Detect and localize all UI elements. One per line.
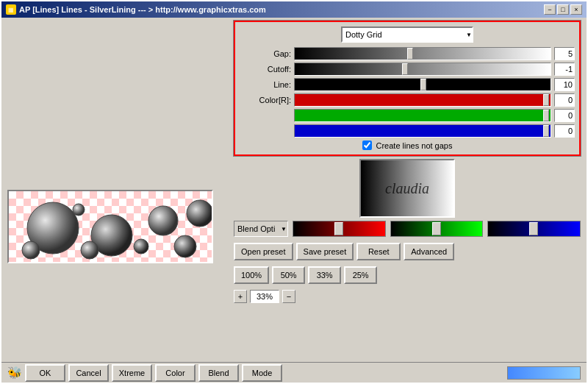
gap-slider-value[interactable]: 5	[554, 47, 575, 60]
app-icon: ▦	[6, 4, 16, 15]
color-r-slider-track[interactable]	[294, 93, 551, 107]
line-slider-track[interactable]	[294, 78, 551, 91]
blend-red-slider[interactable]	[293, 221, 386, 237]
window-title: AP [Lines] Lines - SilverLining --- > ht…	[19, 5, 266, 14]
color-r-label: Color[R]:	[240, 96, 291, 104]
line-slider-handle[interactable]	[420, 79, 426, 90]
save-preset-button[interactable]: Save preset	[296, 243, 354, 260]
color-r-slider-handle[interactable]	[543, 94, 549, 106]
blend-row: Blend Opti ▼	[234, 221, 581, 237]
svg-point-2	[148, 206, 178, 235]
gap-label: Gap:	[240, 49, 291, 58]
left-panel	[7, 21, 228, 359]
preset-button-row: Open preset Save preset Reset Advanced	[234, 243, 581, 260]
title-bar: ▦ AP [Lines] Lines - SilverLining --- > …	[1, 1, 587, 18]
preview-thumbnail: claudia	[359, 159, 455, 218]
color-g-slider-handle[interactable]	[543, 110, 549, 121]
preview-thumb-text: claudia	[385, 180, 429, 197]
zoom-33-button[interactable]: 33%	[308, 266, 341, 284]
cancel-button[interactable]: Cancel	[68, 364, 109, 382]
svg-point-3	[174, 235, 196, 257]
create-lines-checkbox[interactable]	[362, 141, 372, 150]
zoom-current-value[interactable]: 33%	[250, 290, 279, 303]
cutoff-label: Cutoff:	[240, 65, 291, 74]
gap-slider-fill	[295, 48, 551, 60]
close-button[interactable]: ×	[570, 4, 582, 15]
cutoff-slider-handle[interactable]	[402, 63, 408, 75]
color-g-slider-row: 0	[240, 109, 575, 122]
cutoff-slider-row: Cutoff: -1	[240, 63, 575, 76]
advanced-button[interactable]: Advanced	[404, 243, 454, 260]
blend-red-handle[interactable]	[334, 222, 343, 235]
dropdown-row: Dotty Grid ▼	[240, 26, 575, 43]
preview-image	[9, 191, 212, 262]
blend-dropdown[interactable]: Blend Opti	[234, 221, 288, 237]
blend-button[interactable]: Blend	[198, 364, 239, 382]
xtreme-button[interactable]: Xtreme	[112, 364, 152, 382]
preview-box	[7, 190, 213, 263]
title-bar-controls: − □ ×	[544, 4, 582, 15]
color-g-slider-value[interactable]: 0	[554, 109, 575, 122]
color-r-slider-row: Color[R]: 0	[240, 93, 575, 107]
svg-point-4	[22, 241, 40, 259]
cutoff-slider-value[interactable]: -1	[554, 63, 575, 76]
zoom-percent-row: 100% 50% 33% 25%	[234, 266, 581, 284]
create-lines-label: Create lines not gaps	[376, 141, 453, 150]
color-g-slider-track[interactable]	[294, 109, 551, 122]
reset-button[interactable]: Reset	[356, 243, 401, 260]
right-panel: Dotty Grid ▼ Gap: 5 Cutoff:	[234, 21, 581, 359]
line-slider-value[interactable]: 10	[554, 78, 575, 91]
preview-thumb-inner: claudia	[361, 160, 453, 216]
svg-point-8	[81, 241, 98, 259]
zoom-control-row: + 33% −	[234, 290, 581, 303]
line-slider-row: Line: 10	[240, 78, 575, 91]
minimize-button[interactable]: −	[544, 4, 556, 15]
color-b-slider-row: 0	[240, 124, 575, 138]
zoom-minus-button[interactable]: −	[282, 290, 295, 303]
svg-point-6	[73, 204, 85, 216]
line-label: Line:	[240, 80, 291, 89]
gap-slider-handle[interactable]	[407, 48, 413, 60]
mode-button[interactable]: Mode	[242, 364, 282, 382]
status-bar: 🐝 OK Cancel Xtreme Color Blend Mode	[1, 362, 587, 383]
svg-point-5	[134, 239, 148, 254]
zoom-plus-button[interactable]: +	[234, 290, 247, 303]
zoom-100-button[interactable]: 100%	[234, 266, 269, 284]
cutoff-slider-track[interactable]	[294, 63, 551, 76]
zoom-50-button[interactable]: 50%	[272, 266, 305, 284]
color-b-slider-value[interactable]: 0	[554, 124, 575, 138]
zoom-25-button[interactable]: 25%	[344, 266, 377, 284]
color-b-slider-track[interactable]	[294, 124, 551, 138]
blend-green-handle[interactable]	[432, 222, 441, 235]
blend-green-slider[interactable]	[390, 221, 484, 237]
gap-slider-row: Gap: 5	[240, 47, 575, 60]
open-preset-button[interactable]: Open preset	[234, 243, 293, 260]
title-bar-left: ▦ AP [Lines] Lines - SilverLining --- > …	[6, 4, 266, 15]
main-window: ▦ AP [Lines] Lines - SilverLining --- > …	[0, 0, 588, 384]
color-r-slider-value[interactable]: 0	[554, 93, 575, 107]
status-color-bar	[507, 366, 581, 380]
bottom-button-row: OK Cancel Xtreme Color Blend Mode	[25, 364, 282, 382]
checkbox-row: Create lines not gaps	[240, 141, 575, 150]
main-area: Dotty Grid ▼ Gap: 5 Cutoff:	[1, 18, 587, 362]
color-button[interactable]: Color	[155, 364, 196, 382]
preset-dropdown[interactable]: Dotty Grid	[341, 26, 473, 43]
svg-point-7	[187, 200, 212, 227]
gap-slider-track[interactable]	[294, 47, 551, 60]
blend-blue-handle[interactable]	[529, 222, 538, 235]
blend-blue-slider[interactable]	[487, 221, 581, 237]
color-b-slider-handle[interactable]	[543, 125, 549, 137]
status-icon: 🐝	[7, 366, 22, 380]
controls-panel: Dotty Grid ▼ Gap: 5 Cutoff:	[234, 21, 581, 156]
maximize-button[interactable]: □	[557, 4, 569, 15]
preset-dropdown-wrapper: Dotty Grid ▼	[341, 26, 473, 43]
ok-button[interactable]: OK	[25, 364, 65, 382]
